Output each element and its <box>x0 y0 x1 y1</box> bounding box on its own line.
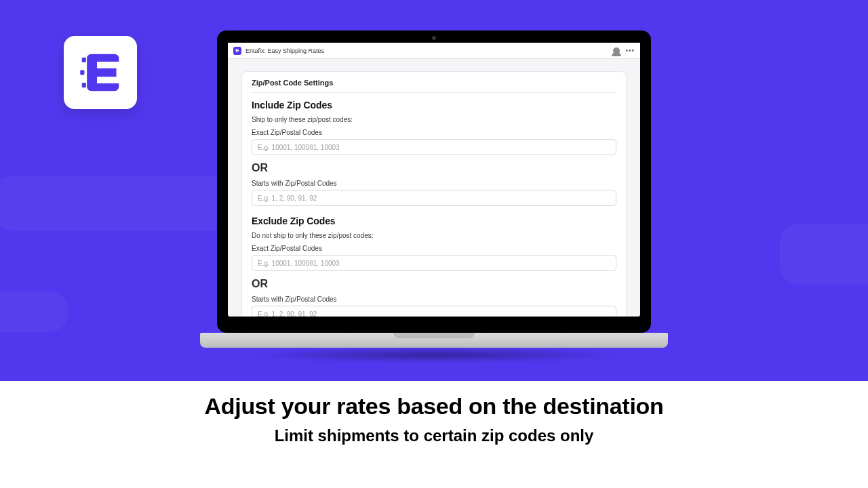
bg-shape <box>780 224 868 285</box>
app-screen: E Entafix: Easy Shipping Rates ••• Zip/P… <box>228 43 640 317</box>
include-starts-group: Starts with Zip/Postal Codes <box>252 180 616 206</box>
exclude-starts-input[interactable] <box>252 306 616 317</box>
app-logo-tile <box>64 36 137 109</box>
include-exact-group: Exact Zip/Postal Codes <box>252 129 616 155</box>
entafix-logo-icon <box>78 52 123 94</box>
exclude-or-divider: OR <box>252 278 616 290</box>
include-starts-input[interactable] <box>252 190 616 206</box>
include-exact-input[interactable] <box>252 139 616 155</box>
exclude-exact-group: Exact Zip/Postal Codes <box>252 245 616 271</box>
app-icon: E <box>233 47 241 55</box>
screen-body: Zip/Post Code Settings Include Zip Codes… <box>228 59 640 317</box>
stage: E Entafix: Easy Shipping Rates ••• Zip/P… <box>0 0 868 488</box>
include-or-divider: OR <box>252 162 616 174</box>
hero-background: E Entafix: Easy Shipping Rates ••• Zip/P… <box>0 0 868 381</box>
include-heading: Include Zip Codes <box>252 100 616 110</box>
svg-rect-1 <box>80 70 84 75</box>
app-titlebar: E Entafix: Easy Shipping Rates ••• <box>228 43 640 59</box>
exclude-exact-label: Exact Zip/Postal Codes <box>252 245 616 252</box>
laptop-camera <box>432 36 436 40</box>
app-icon-letter: E <box>235 48 239 54</box>
include-hint: Ship to only these zip/post codes: <box>252 116 616 123</box>
exclude-starts-label: Starts with Zip/Postal Codes <box>252 296 616 303</box>
caption-subhead: Limit shipments to certain zip codes onl… <box>0 426 868 445</box>
exclude-starts-group: Starts with Zip/Postal Codes <box>252 296 616 317</box>
laptop-base <box>200 333 668 348</box>
exclude-hint: Do not ship to only these zip/post codes… <box>252 232 616 239</box>
more-menu-icon[interactable]: ••• <box>625 47 635 54</box>
svg-rect-0 <box>82 58 86 62</box>
bg-shape <box>0 291 68 332</box>
exclude-exact-input[interactable] <box>252 255 616 271</box>
laptop-mock: E Entafix: Easy Shipping Rates ••• Zip/P… <box>200 30 668 368</box>
caption-headline: Adjust your rates based on the destinati… <box>0 393 868 420</box>
laptop-shadow <box>247 348 621 363</box>
app-title: Entafix: Easy Shipping Rates <box>245 47 324 54</box>
include-starts-label: Starts with Zip/Postal Codes <box>252 180 616 187</box>
include-exact-label: Exact Zip/Postal Codes <box>252 129 616 136</box>
card-title: Zip/Post Code Settings <box>252 79 616 93</box>
settings-card: Zip/Post Code Settings Include Zip Codes… <box>241 71 627 317</box>
svg-rect-2 <box>82 83 86 87</box>
marketing-caption: Adjust your rates based on the destinati… <box>0 393 868 445</box>
laptop-bezel: E Entafix: Easy Shipping Rates ••• Zip/P… <box>217 30 651 333</box>
user-avatar-icon[interactable] <box>613 47 620 54</box>
exclude-heading: Exclude Zip Codes <box>252 216 616 226</box>
